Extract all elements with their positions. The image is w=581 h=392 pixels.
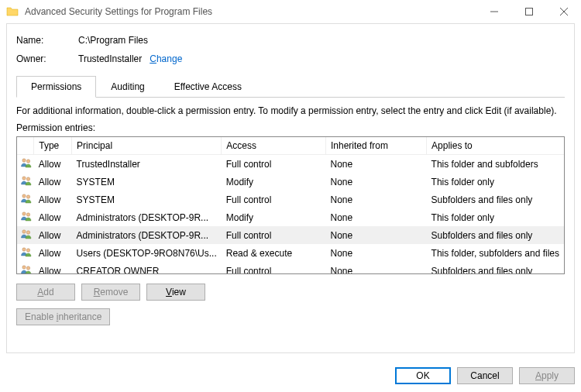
cancel-button[interactable]: Cancel: [457, 367, 513, 384]
cell-principal: SYSTEM: [72, 191, 222, 208]
table-row[interactable]: AllowAdministrators (DESKTOP-9R...Modify…: [17, 208, 564, 226]
svg-point-8: [26, 213, 29, 216]
cell-access: Read & execute: [222, 244, 326, 262]
svg-point-9: [22, 230, 26, 233]
col-principal[interactable]: Principal: [72, 137, 222, 155]
principal-icon: [17, 226, 34, 244]
svg-point-1: [22, 159, 26, 162]
cell-access: Full control: [222, 191, 326, 208]
table-header-row: Type Principal Access Inherited from App…: [17, 137, 564, 155]
svg-point-10: [26, 231, 29, 234]
change-owner-link[interactable]: Change: [150, 53, 182, 64]
cell-inherited: None: [325, 244, 426, 262]
folder-icon: [6, 5, 19, 18]
col-applies[interactable]: Applies to: [427, 137, 564, 155]
svg-point-11: [22, 248, 26, 251]
svg-point-12: [26, 249, 29, 252]
permissions-table: Type Principal Access Inherited from App…: [16, 136, 565, 274]
svg-point-6: [26, 195, 29, 198]
cell-principal: Users (DESKTOP-9RO8N76\Us...: [72, 244, 222, 262]
cell-inherited: None: [325, 155, 426, 174]
cell-access: Full control: [222, 226, 326, 244]
table-row[interactable]: AllowCREATOR OWNERFull controlNoneSubfol…: [17, 262, 564, 274]
cell-type: Allow: [34, 244, 72, 262]
cell-access: Modify: [222, 208, 326, 226]
svg-point-14: [26, 266, 29, 270]
cell-applies: This folder only: [427, 208, 564, 226]
table-row[interactable]: AllowAdministrators (DESKTOP-9R...Full c…: [17, 226, 564, 244]
principal-icon: [17, 244, 34, 262]
cell-principal: Administrators (DESKTOP-9R...: [72, 226, 222, 244]
cell-applies: Subfolders and files only: [427, 262, 564, 274]
table-row[interactable]: AllowSYSTEMModifyNoneThis folder only: [17, 173, 564, 191]
cell-principal: CREATOR OWNER: [72, 262, 222, 274]
principal-icon: [17, 262, 34, 274]
close-button[interactable]: [546, 0, 581, 23]
cell-applies: This folder and subfolders: [427, 155, 564, 174]
cell-principal: TrustedInstaller: [72, 155, 222, 174]
cell-principal: SYSTEM: [72, 173, 222, 191]
svg-point-5: [22, 194, 26, 198]
apply-button[interactable]: Apply: [519, 367, 575, 384]
tab-effective-access[interactable]: Effective Access: [160, 76, 256, 98]
owner-value: TrustedInstaller: [78, 53, 142, 64]
cell-type: Allow: [34, 208, 72, 226]
view-button[interactable]: View: [146, 284, 205, 301]
principal-icon: [17, 173, 34, 191]
cell-access: Modify: [222, 173, 326, 191]
principal-icon: [17, 191, 34, 208]
enable-inheritance-button[interactable]: Enable inheritance: [16, 308, 110, 325]
svg-point-13: [22, 266, 26, 269]
col-inherited[interactable]: Inherited from: [325, 137, 426, 155]
cell-access: Full control: [222, 155, 326, 174]
table-row[interactable]: AllowUsers (DESKTOP-9RO8N76\Us...Read & …: [17, 244, 564, 262]
tab-permissions[interactable]: Permissions: [16, 76, 96, 98]
cell-inherited: None: [325, 173, 426, 191]
name-value: C:\Program Files: [78, 35, 148, 46]
remove-button[interactable]: Remove: [81, 284, 140, 301]
svg-point-7: [22, 212, 26, 215]
window-controls: [476, 0, 581, 23]
principal-icon: [17, 155, 34, 174]
cell-inherited: None: [325, 226, 426, 244]
dialog-footer: OK Cancel Apply: [395, 367, 575, 384]
cell-principal: Administrators (DESKTOP-9R...: [72, 208, 222, 226]
principal-icon: [17, 208, 34, 226]
svg-rect-0: [525, 9, 532, 15]
owner-label: Owner:: [16, 53, 78, 64]
cell-inherited: None: [325, 191, 426, 208]
cell-type: Allow: [34, 155, 72, 174]
add-button[interactable]: Add: [16, 284, 75, 301]
name-row: Name: C:\Program Files: [16, 35, 565, 46]
col-type[interactable]: Type: [34, 137, 72, 155]
titlebar: Advanced Security Settings for Program F…: [0, 0, 581, 23]
cell-applies: This folder, subfolders and files: [427, 244, 564, 262]
minimize-button[interactable]: [476, 0, 511, 23]
maximize-button[interactable]: [511, 0, 546, 23]
cell-type: Allow: [34, 173, 72, 191]
tabs: Permissions Auditing Effective Access: [16, 75, 565, 98]
svg-point-2: [26, 160, 29, 163]
table-row[interactable]: AllowSYSTEMFull controlNoneSubfolders an…: [17, 191, 564, 208]
cell-applies: Subfolders and files only: [427, 226, 564, 244]
cell-inherited: None: [325, 262, 426, 274]
inheritance-row: Enable inheritance: [16, 308, 565, 325]
cell-type: Allow: [34, 262, 72, 274]
ok-button[interactable]: OK: [395, 367, 451, 384]
instruction-text: For additional information, double-click…: [16, 105, 565, 116]
col-access[interactable]: Access: [222, 137, 326, 155]
table-row[interactable]: AllowTrustedInstallerFull controlNoneThi…: [17, 155, 564, 174]
svg-point-3: [22, 177, 26, 180]
entry-buttons: Add Remove View: [16, 284, 565, 301]
permission-entries-label: Permission entries:: [16, 122, 565, 133]
window-title: Advanced Security Settings for Program F…: [25, 6, 476, 17]
cell-applies: Subfolders and files only: [427, 191, 564, 208]
owner-row: Owner: TrustedInstaller Change: [16, 53, 565, 64]
name-label: Name:: [16, 35, 78, 46]
cell-type: Allow: [34, 226, 72, 244]
cell-access: Full control: [222, 262, 326, 274]
tab-auditing[interactable]: Auditing: [96, 76, 159, 98]
col-icon[interactable]: [17, 137, 34, 155]
cell-type: Allow: [34, 191, 72, 208]
svg-point-4: [26, 177, 29, 181]
